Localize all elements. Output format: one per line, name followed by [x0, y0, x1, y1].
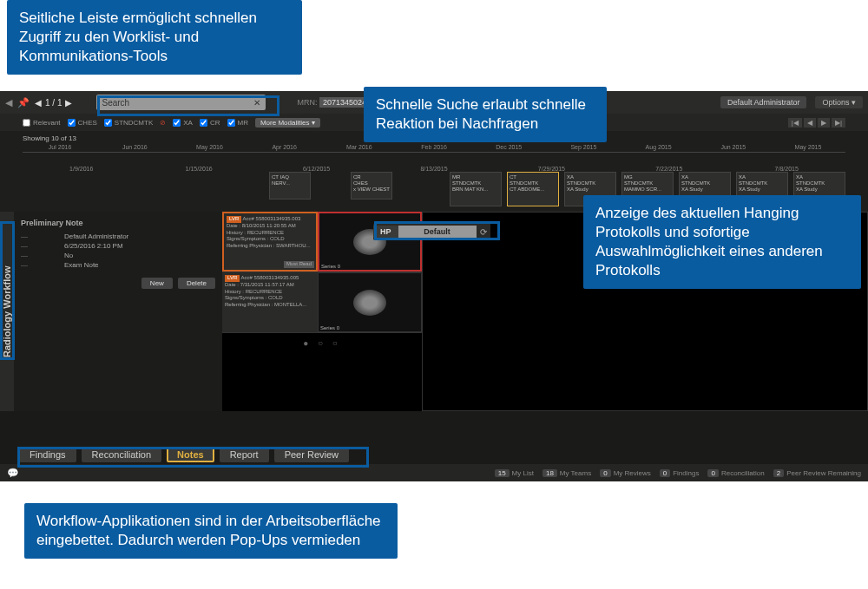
radiology-workflow-tab[interactable]: Radiology Workflow: [0, 212, 14, 411]
series-thumbnail[interactable]: Series 0: [318, 272, 422, 332]
timeline-last[interactable]: ▶|: [832, 118, 845, 128]
search-input[interactable]: Search ✕: [96, 95, 266, 110]
chat-icon[interactable]: 💬: [7, 468, 19, 479]
status-peer-review[interactable]: 2Peer Review Remaining: [773, 469, 861, 477]
pagination-dots[interactable]: ● ○ ○: [222, 333, 422, 353]
filter-relevant[interactable]: Relevant: [23, 119, 61, 127]
series-info: LVR Acc# 558003134935.005 Date : 7/31/20…: [222, 272, 318, 332]
series-thumbnail[interactable]: Series 0: [318, 212, 422, 272]
study-thumb[interactable]: CT IAQ NERV...: [269, 172, 311, 200]
tab-report[interactable]: Report: [220, 447, 269, 462]
tab-reconciliation[interactable]: Reconciliation: [82, 447, 161, 462]
status-reconciliation[interactable]: 0Reconciliation: [707, 469, 764, 477]
timeline-first[interactable]: |◀: [788, 118, 802, 128]
filter-xa[interactable]: XA: [173, 119, 193, 127]
timeline-next[interactable]: ▶: [818, 118, 830, 128]
must-read-badge: Must Read: [284, 261, 314, 268]
study-thumb[interactable]: MRSTNDCMTKBRN MAT KN...: [450, 172, 502, 206]
study-thumb[interactable]: CTSTNDCMTKCT ABDOME...: [507, 172, 559, 206]
next-icon[interactable]: ▶: [65, 98, 72, 108]
tab-findings[interactable]: Findings: [19, 447, 76, 462]
status-bar: 💬 15My List 18My Teams 0My Reviews 0Find…: [0, 464, 868, 481]
counter-value: 1 / 1: [45, 98, 62, 108]
callout-sidebar: Seitliche Leiste ermöglicht schnellen Zu…: [7, 0, 302, 75]
delete-button[interactable]: Delete: [178, 278, 215, 289]
user-menu-button[interactable]: Default Administrator: [720, 96, 807, 108]
status-mylist[interactable]: 15My List: [495, 469, 534, 477]
tab-notes[interactable]: Notes: [167, 447, 214, 462]
ct-image-icon: [353, 290, 386, 316]
callout-search: Schnelle Suche erlaubt schnelle Reaktion…: [364, 87, 607, 142]
back-icon[interactable]: ◀: [5, 97, 12, 108]
timeline-months: Jul 2016 Jun 2016 May 2016 Apr 2016 Mar …: [23, 144, 845, 150]
filter-mr[interactable]: MR: [227, 119, 248, 127]
hanging-protocol-selector[interactable]: HP Default ⟳: [373, 223, 490, 240]
series-info: LVR Acc# 558003134935.003 Date : 8/10/20…: [222, 212, 318, 272]
warn-icon: ⊘: [160, 119, 166, 127]
study-thumb[interactable]: CR CHES x VIEW CHEST: [351, 172, 392, 200]
callout-workflow-tabs: Workflow-Applikationen sind in der Arbei…: [24, 503, 398, 559]
more-modalities-button[interactable]: More Modalities ▾: [255, 118, 320, 128]
note-title: Preliminary Note: [21, 219, 215, 227]
status-findings[interactable]: 0Findings: [660, 469, 700, 477]
timeline-nav: |◀ ◀ ▶ ▶|: [788, 118, 845, 128]
new-button[interactable]: New: [141, 278, 173, 289]
mrn-display: MRN: 20713450247: [297, 98, 374, 107]
note-panel: Preliminary Note —Default Administrator …: [14, 212, 222, 411]
clear-search-icon[interactable]: ✕: [253, 98, 260, 108]
search-placeholder: Search: [102, 98, 129, 108]
filter-cr[interactable]: CR: [200, 119, 220, 127]
callout-hanging-protocol: Anzeige des aktuellen Hanging Protokolls…: [583, 195, 861, 289]
series-panel: LVR Acc# 558003134935.003 Date : 8/10/20…: [222, 212, 422, 411]
status-myreviews[interactable]: 0My Reviews: [600, 469, 651, 477]
series-card[interactable]: LVR Acc# 558003134935.005 Date : 7/31/20…: [222, 272, 422, 333]
series-card[interactable]: LVR Acc# 558003134935.003 Date : 8/10/20…: [222, 212, 422, 272]
lvr-tag: LVR: [225, 275, 240, 282]
pin-icon[interactable]: 📌: [17, 97, 30, 108]
hp-value[interactable]: Default: [398, 226, 477, 238]
prev-icon[interactable]: ◀: [35, 98, 42, 108]
options-button[interactable]: Options ▾: [815, 96, 863, 108]
filter-stndcmtk[interactable]: STNDCMTK: [104, 119, 153, 127]
hp-label: HP: [373, 226, 398, 238]
timeline-dates: 1/9/2016 1/15/2016 6/12/2015 8/13/2015 7…: [23, 166, 845, 172]
status-myteams[interactable]: 18My Teams: [542, 469, 591, 477]
lvr-tag: LVR: [227, 216, 241, 223]
mrn-label: MRN:: [297, 98, 317, 107]
tab-peer-review[interactable]: Peer Review: [274, 447, 349, 462]
timeline-prev[interactable]: ◀: [804, 118, 816, 128]
hp-refresh-icon[interactable]: ⟳: [477, 227, 490, 237]
workflow-tabs: Findings Reconciliation Notes Report Pee…: [19, 447, 349, 462]
page-counter: ◀ 1 / 1 ▶: [35, 98, 72, 108]
filter-ches[interactable]: CHES: [68, 119, 97, 127]
